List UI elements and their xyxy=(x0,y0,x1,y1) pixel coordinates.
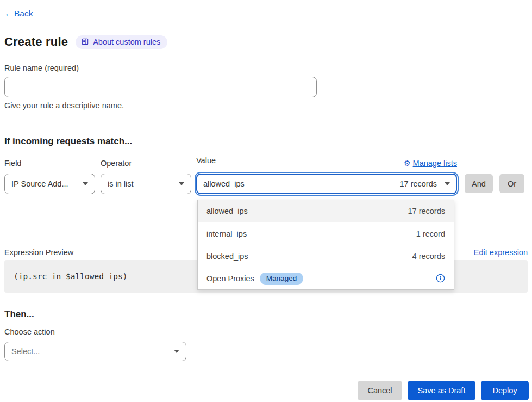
logic-buttons: And Or xyxy=(465,174,524,193)
expression-preview-label: Expression Preview xyxy=(4,248,73,257)
match-section-heading: If incoming requests match... xyxy=(4,136,528,147)
list-name: internal_ips xyxy=(206,230,247,238)
back-arrow-icon: ← xyxy=(4,9,13,18)
value-column: Value ⚙ Manage lists allowed_ips 17 reco… xyxy=(196,159,457,194)
chevron-down-icon xyxy=(174,350,179,353)
condition-row: Field IP Source Add... Operator is in li… xyxy=(4,159,532,194)
cancel-button[interactable]: Cancel xyxy=(358,381,402,400)
value-dropdown-panel: allowed_ips 17 records internal_ips 1 re… xyxy=(197,200,454,290)
rule-name-label: Rule name (required) xyxy=(4,64,528,72)
list-name: blocked_ips xyxy=(206,252,248,261)
rule-name-input[interactable] xyxy=(4,77,317,97)
book-icon xyxy=(81,38,89,46)
list-record-count: 1 record xyxy=(416,230,445,238)
list-record-count: 17 records xyxy=(408,207,445,215)
about-custom-rules-label: About custom rules xyxy=(93,38,160,46)
value-select[interactable]: allowed_ips 17 records xyxy=(196,174,457,194)
chevron-down-icon xyxy=(179,182,184,185)
title-row: Create rule About custom rules xyxy=(4,35,532,49)
save-as-draft-button[interactable]: Save as Draft xyxy=(408,381,475,400)
gear-icon: ⚙ xyxy=(404,159,411,168)
about-custom-rules-link[interactable]: About custom rules xyxy=(76,35,167,49)
create-rule-page: ← Back Create rule About custom rules Ru… xyxy=(0,9,532,402)
edit-expression-link[interactable]: Edit expression xyxy=(474,248,528,257)
chevron-down-icon xyxy=(445,182,450,185)
list-record-count: 4 records xyxy=(412,252,445,261)
then-section-heading: Then... xyxy=(4,309,528,320)
field-select-value: IP Source Add... xyxy=(11,180,78,188)
managed-badge: Managed xyxy=(260,273,303,285)
value-select-value: allowed_ips xyxy=(203,180,395,188)
value-select-count: 17 records xyxy=(399,180,437,188)
action-select-placeholder: Select... xyxy=(11,347,170,356)
operator-select-value: is in list xyxy=(108,180,174,188)
and-button[interactable]: And xyxy=(465,174,493,193)
dropdown-item-allowed-ips[interactable]: allowed_ips 17 records xyxy=(198,200,454,222)
dropdown-item-internal-ips[interactable]: internal_ips 1 record xyxy=(198,222,454,245)
manage-lists-link[interactable]: ⚙ Manage lists xyxy=(404,159,457,168)
field-column: Field IP Source Add... xyxy=(4,159,95,194)
choose-action-label: Choose action xyxy=(4,327,528,336)
operator-column: Operator is in list xyxy=(101,159,191,194)
back-link[interactable]: ← Back xyxy=(4,9,532,18)
dropdown-item-blocked-ips[interactable]: blocked_ips 4 records xyxy=(198,245,454,267)
section-divider xyxy=(4,126,528,126)
operator-select[interactable]: is in list xyxy=(101,174,191,194)
dropdown-item-open-proxies[interactable]: Open Proxies Managed xyxy=(198,267,454,289)
list-name: Open Proxies xyxy=(206,274,254,283)
back-link-label[interactable]: Back xyxy=(14,9,33,18)
field-select[interactable]: IP Source Add... xyxy=(4,174,95,194)
footer-actions: Cancel Save as Draft Deploy xyxy=(358,381,529,400)
operator-label: Operator xyxy=(101,159,191,168)
expression-code: (ip.src in $allowed_ips) xyxy=(14,272,128,281)
value-label-row: Value ⚙ Manage lists xyxy=(196,159,457,168)
rule-name-helper: Give your rule a descriptive name. xyxy=(4,101,528,110)
action-select[interactable]: Select... xyxy=(4,342,186,361)
field-label: Field xyxy=(4,159,95,168)
list-name: allowed_ips xyxy=(206,207,248,215)
value-label: Value xyxy=(196,156,216,165)
info-icon[interactable] xyxy=(436,274,445,283)
deploy-button[interactable]: Deploy xyxy=(481,381,529,400)
or-button[interactable]: Or xyxy=(499,174,524,193)
manage-lists-label[interactable]: Manage lists xyxy=(413,159,457,168)
chevron-down-icon xyxy=(83,182,88,185)
page-title: Create rule xyxy=(4,35,68,49)
